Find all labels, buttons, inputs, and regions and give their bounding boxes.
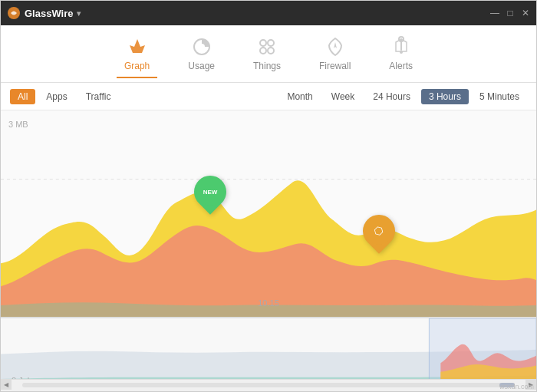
logo-icon: [7, 6, 21, 20]
time-month-button[interactable]: Month: [279, 89, 320, 104]
usage-tab-label: Usage: [188, 61, 215, 71]
firewall-icon: [325, 36, 346, 58]
things-tab-label: Things: [253, 61, 281, 71]
app-name: GlassWire: [25, 8, 73, 19]
svg-point-4: [260, 40, 266, 46]
filter-traffic-button[interactable]: Traffic: [78, 89, 119, 104]
tab-firewall[interactable]: Firewall: [311, 30, 358, 77]
marker-app-icon: ⬡: [371, 223, 387, 239]
chart-svg: [1, 110, 536, 317]
time-week-button[interactable]: Week: [324, 89, 362, 104]
title-bar-controls: — □ ✕: [490, 8, 530, 18]
scroll-left-button[interactable]: ◀: [1, 380, 12, 390]
scroll-track: [22, 383, 515, 387]
things-icon: [256, 36, 278, 58]
time-24hours-button[interactable]: 24 Hours: [365, 89, 418, 104]
tab-graph[interactable]: Graph: [117, 30, 157, 77]
glasswire-logo[interactable]: GlassWire ▾: [7, 6, 81, 20]
svg-point-7: [268, 48, 274, 54]
usage-icon: [191, 36, 212, 58]
watermark: wsxdn.com: [499, 383, 534, 390]
time-3hours-button[interactable]: 3 Hours: [421, 89, 469, 104]
filter-left: All Apps Traffic: [10, 89, 276, 104]
alerts-tab-label: Alerts: [389, 61, 413, 71]
mini-scrollbar[interactable]: ◀ ▶: [1, 379, 536, 390]
svg-point-6: [260, 48, 266, 54]
tab-usage[interactable]: Usage: [180, 30, 222, 77]
close-button[interactable]: ✕: [521, 8, 530, 18]
title-bar-left: GlassWire ▾: [7, 6, 81, 20]
filter-all-button[interactable]: All: [10, 89, 35, 104]
tab-alerts[interactable]: Alerts: [381, 30, 420, 77]
marker-app: ⬡: [363, 215, 395, 247]
nav-tabs: Graph Usage Things: [1, 25, 536, 83]
time-5minutes-button[interactable]: 5 Minutes: [472, 89, 527, 104]
chart-time-label: 10:15: [258, 298, 279, 308]
minimize-button[interactable]: —: [490, 8, 499, 18]
dropdown-arrow[interactable]: ▾: [77, 9, 81, 18]
alerts-icon: [390, 36, 412, 58]
marker-new: NEW: [194, 176, 226, 208]
filter-apps-button[interactable]: Apps: [38, 89, 74, 104]
title-bar: GlassWire ▾ — □ ✕: [1, 1, 536, 25]
maximize-button[interactable]: □: [506, 8, 515, 18]
mini-map: 8 Jul ◀ ▶: [1, 318, 536, 390]
filter-bar: All Apps Traffic Month Week 24 Hours 3 H…: [1, 83, 536, 110]
firewall-tab-label: Firewall: [319, 61, 351, 71]
svg-point-3: [199, 44, 205, 50]
chart-area: 3 MB NEW ⬡ 10:15: [1, 110, 536, 318]
tab-things[interactable]: Things: [245, 30, 288, 77]
filter-right: Month Week 24 Hours 3 Hours 5 Minutes: [279, 89, 527, 104]
graph-tab-label: Graph: [124, 61, 150, 71]
svg-point-5: [268, 40, 274, 46]
graph-icon: [127, 36, 148, 58]
svg-marker-1: [130, 39, 145, 53]
marker-new-label: NEW: [203, 189, 218, 196]
